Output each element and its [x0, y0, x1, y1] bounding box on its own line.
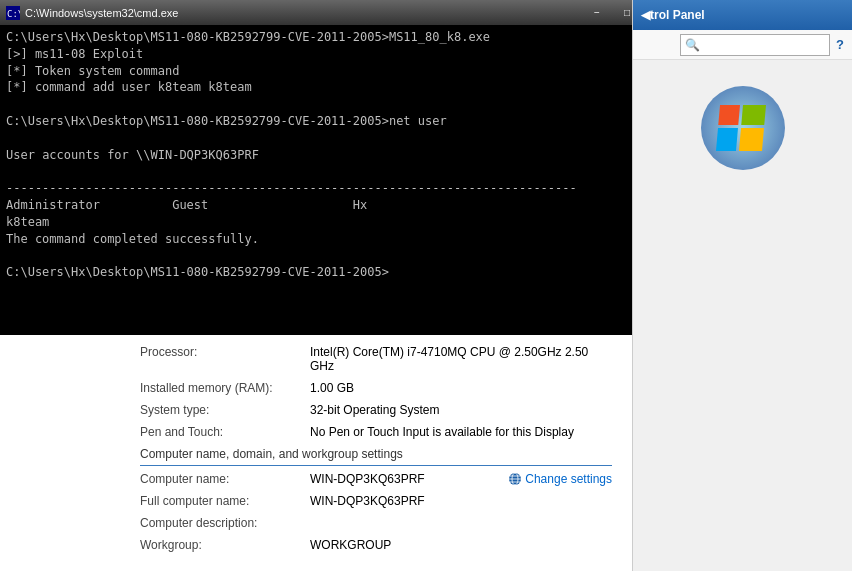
pen-touch-value: No Pen or Touch Input is available for t…	[310, 425, 574, 439]
network-section: Computer name, domain, and workgroup set…	[140, 447, 612, 466]
computer-name-value: WIN-DQP3KQ63PRF	[310, 472, 425, 486]
cp-search-box[interactable]: 🔍	[680, 34, 830, 56]
workgroup-row: Workgroup: WORKGROUP	[140, 538, 612, 552]
cmd-icon: C:\	[6, 6, 20, 20]
computer-name-row: Computer name: WIN-DQP3KQ63PRF Change se…	[140, 472, 612, 486]
description-label: Computer description:	[140, 516, 310, 530]
cp-title: ◀	[641, 8, 650, 22]
cmd-window: C:\ C:\Windows\system32\cmd.exe − □ ✕ C:…	[0, 0, 672, 335]
workgroup-value: WORKGROUP	[310, 538, 391, 552]
pen-touch-label: Pen and Touch:	[140, 425, 310, 439]
cp-title-text: trol Panel	[650, 8, 705, 22]
system-type-label: System type:	[140, 403, 310, 417]
cmd-minimize-button[interactable]: −	[582, 0, 612, 25]
control-panel: ◀ trol Panel 🔍 ?	[632, 0, 852, 571]
cmd-title: C:\Windows\system32\cmd.exe	[25, 7, 178, 19]
workgroup-label: Workgroup:	[140, 538, 310, 552]
description-row: Computer description:	[140, 516, 612, 530]
search-icon: 🔍	[685, 38, 700, 52]
section-title: Computer name, domain, and workgroup set…	[140, 447, 403, 461]
system-type-row: System type: 32-bit Operating System	[140, 403, 612, 417]
cmd-body[interactable]: C:\Users\Hx\Desktop\MS11-080-KB2592799-C…	[0, 25, 672, 335]
processor-label: Processor:	[140, 345, 310, 359]
windows-logo	[693, 78, 793, 178]
sysinfo-panel: Processor: Intel(R) Core(TM) i7-4710MQ C…	[0, 335, 632, 571]
processor-row: Processor: Intel(R) Core(TM) i7-4710MQ C…	[140, 345, 612, 373]
pen-touch-row: Pen and Touch: No Pen or Touch Input is …	[140, 425, 612, 439]
ram-value: 1.00 GB	[310, 381, 354, 395]
computer-name-label: Computer name:	[140, 472, 310, 486]
globe-icon	[508, 472, 522, 486]
help-icon[interactable]: ?	[836, 37, 844, 52]
cp-titlebar: ◀ trol Panel	[633, 0, 852, 30]
cmd-titlebar: C:\ C:\Windows\system32\cmd.exe − □ ✕	[0, 0, 672, 25]
full-name-value: WIN-DQP3KQ63PRF	[310, 494, 425, 508]
ram-row: Installed memory (RAM): 1.00 GB	[140, 381, 612, 395]
svg-text:C:\: C:\	[7, 9, 20, 19]
system-type-value: 32-bit Operating System	[310, 403, 439, 417]
cp-content	[633, 60, 852, 196]
full-name-row: Full computer name: WIN-DQP3KQ63PRF	[140, 494, 612, 508]
change-settings-link[interactable]: Change settings	[508, 472, 612, 486]
cp-toolbar: 🔍 ?	[633, 30, 852, 60]
ram-label: Installed memory (RAM):	[140, 381, 310, 395]
full-name-label: Full computer name:	[140, 494, 310, 508]
processor-value: Intel(R) Core(TM) i7-4710MQ CPU @ 2.50GH…	[310, 345, 612, 373]
cmd-output: C:\Users\Hx\Desktop\MS11-080-KB2592799-C…	[6, 29, 666, 281]
